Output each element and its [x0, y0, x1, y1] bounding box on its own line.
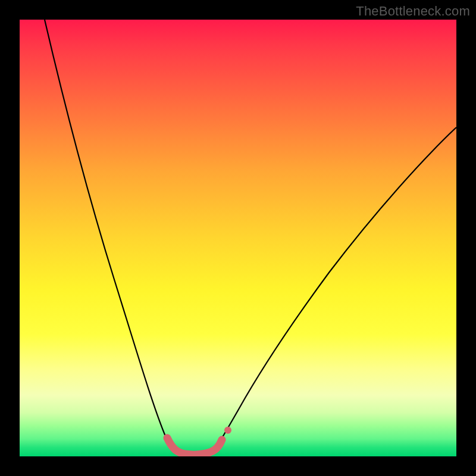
curve-left — [45, 20, 174, 449]
valley-marker-stroke — [167, 438, 222, 455]
chart-frame: TheBottleneck.com — [0, 0, 476, 476]
plot-area — [20, 20, 456, 456]
chart-svg — [20, 20, 456, 456]
watermark-text: TheBottleneck.com — [356, 4, 470, 19]
valley-extra-dot — [224, 427, 231, 434]
curve-right — [216, 127, 456, 448]
